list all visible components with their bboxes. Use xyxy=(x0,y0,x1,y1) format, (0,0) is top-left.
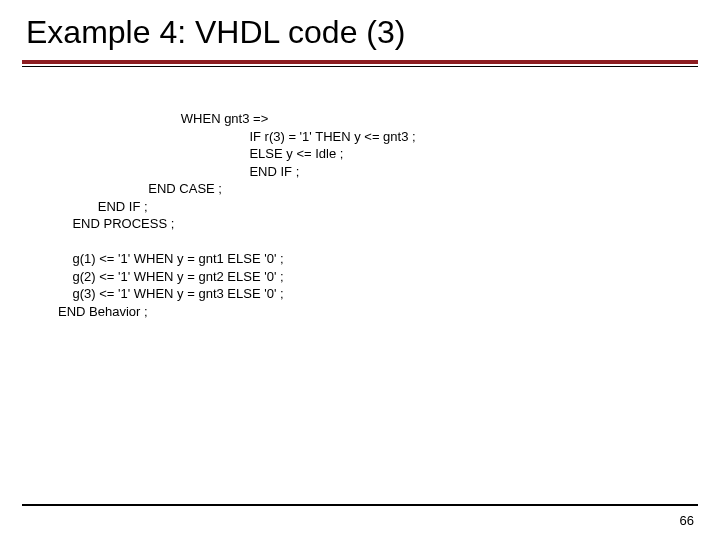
title-underline-thin xyxy=(22,66,698,67)
code-line: END PROCESS ; xyxy=(58,216,174,231)
code-line: END IF ; xyxy=(58,199,148,214)
page-number: 66 xyxy=(680,513,694,528)
title-underline-thick xyxy=(22,60,698,64)
code-line: ELSE y <= Idle ; xyxy=(58,146,343,161)
code-line: END IF ; xyxy=(58,164,299,179)
code-block: WHEN gnt3 => IF r(3) = '1' THEN y <= gnt… xyxy=(58,110,416,321)
code-line: END CASE ; xyxy=(58,181,222,196)
code-line: IF r(3) = '1' THEN y <= gnt3 ; xyxy=(58,129,416,144)
code-line: END Behavior ; xyxy=(58,304,148,319)
code-line: g(2) <= '1' WHEN y = gnt2 ELSE '0' ; xyxy=(58,269,284,284)
code-line: g(3) <= '1' WHEN y = gnt3 ELSE '0' ; xyxy=(58,286,284,301)
code-line: g(1) <= '1' WHEN y = gnt1 ELSE '0' ; xyxy=(58,251,284,266)
footer-rule xyxy=(22,504,698,506)
slide-title: Example 4: VHDL code (3) xyxy=(26,14,405,51)
code-line: WHEN gnt3 => xyxy=(58,111,268,126)
